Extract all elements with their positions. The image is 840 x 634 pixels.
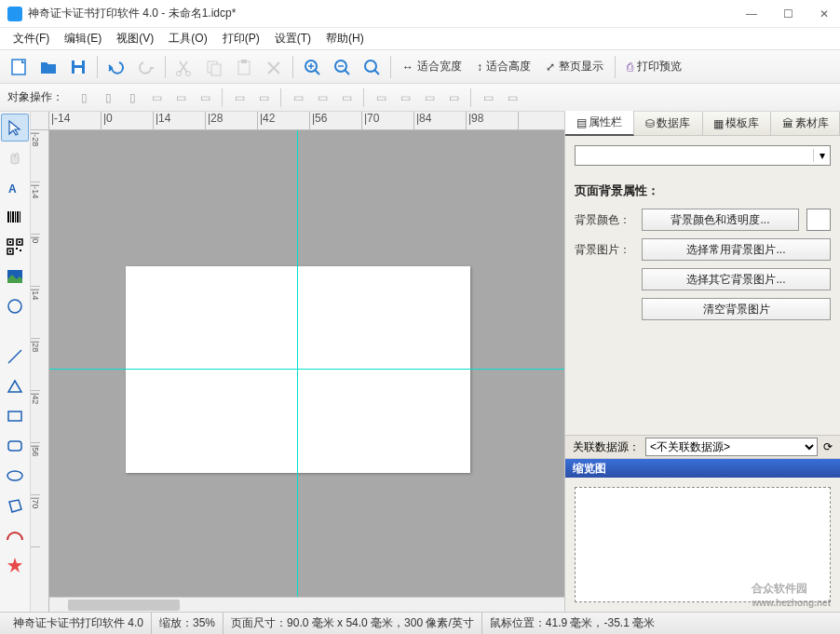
line-tool[interactable]	[1, 343, 29, 371]
same-height-button[interactable]: ▭	[311, 87, 333, 109]
menu-edit[interactable]: 编辑(E)	[57, 29, 109, 48]
canvas[interactable]	[49, 130, 564, 597]
bg-color-button[interactable]: 背景颜色和透明度...	[642, 209, 799, 231]
star-tool[interactable]	[1, 551, 29, 579]
menu-help[interactable]: 帮助(H)	[318, 29, 372, 48]
full-page-button[interactable]: ⤢整页显示	[540, 54, 609, 80]
printer-icon: ⎙	[627, 61, 633, 74]
watermark: 合众软件园 www.hezhong.net	[752, 573, 831, 608]
svg-rect-8	[238, 61, 250, 74]
align-bottom-button[interactable]: ▭	[194, 87, 216, 109]
polygon-tool[interactable]	[1, 492, 29, 519]
svg-rect-25	[9, 250, 11, 252]
bring-front-button[interactable]: ▭	[370, 87, 392, 109]
zoom-reset-button[interactable]	[359, 54, 385, 80]
panel-tabs: ▤属性栏 ⛁数据库 ▦模板库 🏛素材库	[565, 112, 840, 136]
hand-tool[interactable]	[1, 143, 29, 171]
arrow-h-icon: ↔	[402, 61, 413, 74]
align-center-h-button[interactable]: ▯	[97, 87, 119, 109]
barcode-tool[interactable]	[1, 203, 29, 231]
ellipse-tool[interactable]	[1, 462, 29, 490]
menu-tools[interactable]: 工具(O)	[161, 29, 214, 48]
datasource-refresh-icon[interactable]: ⟳	[823, 440, 833, 453]
text-tool[interactable]: A	[1, 173, 29, 201]
send-backward-button[interactable]: ▭	[442, 87, 465, 109]
object-operations-bar: 对象操作： ▯ ▯ ▯ ▭ ▭ ▭ ▭ ▭ ▭ ▭ ▭ ▭ ▭ ▭ ▭ ▭ ▭	[0, 84, 840, 112]
tab-templates[interactable]: ▦模板库	[703, 112, 772, 135]
bg-image-common-button[interactable]: 选择常用背景图片...	[642, 238, 831, 261]
close-button[interactable]: ✕	[816, 7, 833, 20]
cut-button[interactable]	[171, 54, 197, 80]
menu-settings[interactable]: 设置(T)	[267, 29, 318, 48]
qrcode-tool[interactable]	[1, 233, 29, 261]
align-middle-button[interactable]: ▭	[169, 87, 192, 109]
svg-rect-31	[8, 441, 21, 451]
status-zoom: 缩放：35%	[152, 613, 224, 634]
arc-tool[interactable]	[1, 521, 29, 549]
zoom-out-button[interactable]	[329, 54, 355, 80]
group-button[interactable]: ▭	[477, 87, 499, 109]
svg-rect-14	[7, 211, 9, 223]
redo-button[interactable]	[133, 54, 159, 80]
maximize-button[interactable]: ☐	[779, 7, 797, 20]
page[interactable]	[126, 266, 470, 473]
bring-forward-button[interactable]: ▭	[418, 87, 440, 109]
guide-horizontal[interactable]	[49, 369, 564, 370]
status-bar: 神奇证卡证书打印软件 4.0 缩放：35% 页面尺寸：90.0 毫米 x 54.…	[0, 612, 840, 634]
scrollbar-horizontal[interactable]	[49, 597, 564, 612]
copy-button[interactable]	[201, 54, 227, 80]
save-button[interactable]	[65, 54, 91, 80]
bg-image-clear-button[interactable]: 清空背景图片	[642, 298, 831, 320]
send-back-button[interactable]: ▭	[394, 87, 416, 109]
right-panel: ▤属性栏 ⛁数据库 ▦模板库 🏛素材库 ▾ 页面背景属性： 背景颜色： 背景颜色…	[564, 112, 840, 612]
svg-rect-18	[17, 211, 19, 223]
guide-vertical[interactable]	[297, 130, 298, 597]
open-button[interactable]	[35, 54, 61, 80]
rounded-rect-tool[interactable]	[1, 432, 29, 460]
rectangle-tool[interactable]	[1, 402, 29, 430]
tab-assets[interactable]: 🏛素材库	[771, 112, 840, 135]
align-right-button[interactable]: ▯	[121, 87, 143, 109]
datasource-select[interactable]: <不关联数据源>	[645, 438, 818, 456]
object-selector[interactable]: ▾	[575, 145, 831, 166]
bg-color-swatch[interactable]	[806, 209, 831, 231]
status-page-size: 页面尺寸：90.0 毫米 x 54.0 毫米，300 像素/英寸	[224, 613, 482, 634]
new-button[interactable]	[6, 54, 32, 80]
bg-image-other-button[interactable]: 选择其它背景图片...	[642, 268, 831, 290]
undo-button[interactable]	[103, 54, 129, 80]
fit-width-button[interactable]: ↔适合宽度	[397, 54, 467, 80]
menu-print[interactable]: 打印(P)	[215, 29, 267, 48]
ruler-horizontal[interactable]: |-14|0|14|28|42|56|70|84|98	[49, 112, 564, 130]
zoom-in-button[interactable]	[299, 54, 325, 80]
same-width-button[interactable]: ▭	[287, 87, 309, 109]
scrollbar-thumb[interactable]	[68, 600, 180, 611]
bg-properties-section: 页面背景属性： 背景颜色： 背景颜色和透明度... 背景图片： 选择常用背景图片…	[575, 182, 831, 328]
triangle-tool[interactable]	[1, 372, 29, 400]
circle-tool[interactable]	[1, 292, 29, 320]
select-tool[interactable]	[1, 114, 29, 142]
align-left-button[interactable]: ▯	[73, 87, 95, 109]
tab-database[interactable]: ⛁数据库	[634, 112, 703, 135]
chevron-down-icon: ▾	[813, 149, 830, 162]
svg-rect-24	[19, 241, 20, 243]
window-controls: — ☐ ✕	[742, 7, 833, 20]
distribute-h-button[interactable]: ▭	[228, 87, 251, 109]
ungroup-button[interactable]: ▭	[501, 87, 523, 109]
print-preview-button[interactable]: ⎙打印预览	[621, 54, 687, 80]
align-top-button[interactable]: ▭	[145, 87, 168, 109]
image-tool[interactable]	[1, 263, 29, 290]
svg-rect-19	[20, 211, 20, 223]
status-mouse: 鼠标位置：41.9 毫米，-35.1 毫米	[482, 613, 662, 634]
distribute-v-button[interactable]: ▭	[252, 87, 275, 109]
menu-file[interactable]: 文件(F)	[6, 29, 57, 48]
tab-properties[interactable]: ▤属性栏	[565, 111, 634, 136]
menu-view[interactable]: 视图(V)	[109, 29, 161, 48]
fit-height-button[interactable]: ↕适合高度	[471, 54, 536, 80]
objbar-label: 对象操作：	[7, 89, 63, 105]
same-size-button[interactable]: ▭	[335, 87, 358, 109]
paste-button[interactable]	[231, 54, 257, 80]
delete-button[interactable]	[261, 54, 287, 80]
ruler-vertical[interactable]: |-28|-14|0|14|28|42|56|70	[31, 130, 49, 612]
minimize-button[interactable]: —	[742, 7, 761, 20]
tool-palette: A	[0, 112, 31, 612]
